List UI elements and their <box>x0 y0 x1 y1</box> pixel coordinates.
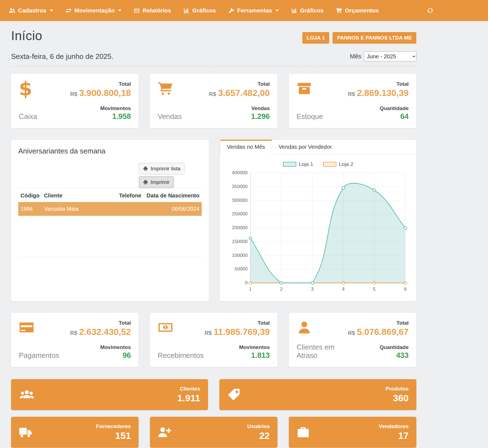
current-date: Sexta-feira, 6 de junho de 2025. <box>11 52 113 61</box>
count-label: Movimentos <box>100 344 131 350</box>
bar-chart-icon <box>291 7 297 14</box>
svg-text:400000: 400000 <box>232 170 248 175</box>
users-icon <box>9 7 15 14</box>
total-value: R$2.869.130,39 <box>348 88 409 98</box>
currency-prefix: R$ <box>209 91 216 97</box>
legend-swatch <box>283 162 296 167</box>
dollar-icon: $ <box>19 81 35 97</box>
tile-value: 1.911 <box>177 393 200 403</box>
tile-label: Usuários <box>247 423 270 429</box>
svg-text:4: 4 <box>342 286 344 292</box>
nav-orcamentos[interactable]: Orçamentos <box>330 0 385 21</box>
total-value: R$3.657.482,00 <box>209 88 270 98</box>
count-value: 1.958 <box>100 112 131 121</box>
header-badges: LOJA 1 PANNOS E PANNOS LTDA ME <box>302 32 416 44</box>
col-codigo: Código <box>18 189 42 202</box>
currency-prefix: R$ <box>348 91 355 97</box>
nav-movimentacao[interactable]: Movimentação <box>59 0 128 21</box>
tile-fornecedores[interactable]: Fornecedores 151 <box>11 417 139 448</box>
tile-value: 360 <box>386 393 409 403</box>
nav-relatorios[interactable]: Relatórios <box>128 0 177 21</box>
bar-chart-icon <box>183 7 190 14</box>
tile-label: Produtos <box>386 386 409 392</box>
nav-graficos-1[interactable]: Gráficos <box>177 0 222 21</box>
person-icon <box>297 320 313 336</box>
nav-label: Orçamentos <box>345 7 379 14</box>
print-label: Imprimir <box>150 179 170 185</box>
print-list-label: Imprimir lista <box>150 166 180 172</box>
amount: 3.657.482,00 <box>218 88 270 98</box>
count-label: Quantidade <box>380 105 409 111</box>
legend-loja-1[interactable]: Loja 1 <box>283 161 313 167</box>
tag-icon <box>227 388 240 401</box>
total-label: Total <box>209 81 270 87</box>
svg-text:2: 2 <box>280 286 282 292</box>
cell-nascimento: 06/06/2024 <box>144 202 202 216</box>
legend-loja-2[interactable]: Loja 2 <box>323 161 353 167</box>
refresh-icon[interactable] <box>427 7 434 14</box>
print-button[interactable]: Imprimir <box>139 176 174 188</box>
tile-usuarios[interactable]: Usuários 22 <box>150 417 277 448</box>
total-value: R$3.900.800,18 <box>70 88 131 98</box>
printer-icon <box>143 166 148 171</box>
birthday-row[interactable]: 1994 Vanuska Maia 06/06/2024 <box>18 202 202 216</box>
credit-card-icon <box>19 320 35 336</box>
tile-vendedores[interactable]: Vendedores 17 <box>289 417 416 448</box>
svg-text:5: 5 <box>373 286 375 292</box>
money-icon: 1 <box>158 320 174 336</box>
amount: 2.632.430,52 <box>79 327 131 337</box>
count-value: 1.813 <box>239 351 270 360</box>
amount: 2.869.130,39 <box>357 88 409 98</box>
cell-telefone <box>112 202 144 216</box>
tile-clientes[interactable]: Clientes 1.911 <box>11 379 208 410</box>
cart-icon <box>158 81 174 97</box>
total-value: R$2.632.430,52 <box>70 327 131 337</box>
legend-label: Loja 1 <box>299 161 313 167</box>
tab-vendas-por-vendedor[interactable]: Vendas por Vendedor <box>272 140 338 154</box>
card-label: Vendas <box>158 113 182 121</box>
tile-label: Vendedores <box>379 423 409 429</box>
tile-label: Clientes <box>177 386 200 392</box>
card-caixa: $ Caixa Total R$3.900.800,18 Movimentos … <box>11 74 139 128</box>
card-vendas: Vendas Total R$3.657.482,00 Vendas 1.296 <box>150 74 277 128</box>
col-telefone: Telefone <box>112 189 144 202</box>
col-cliente: Cliente <box>42 189 112 202</box>
nav-cadastros[interactable]: Cadastros <box>3 0 59 21</box>
tile-value: 22 <box>247 430 270 441</box>
count-label: Vendas <box>251 105 270 111</box>
print-list-button[interactable]: Imprimir lista <box>139 163 185 174</box>
count-value: 1.296 <box>251 112 270 121</box>
nav-graficos-2[interactable]: Gráficos <box>285 0 330 21</box>
users-group-icon <box>19 388 35 402</box>
amount: 11.985.769,39 <box>214 327 270 337</box>
truck-icon <box>19 426 32 439</box>
birthdays-panel: Aniversariantes da semana Imprimir lista… <box>11 140 209 301</box>
birthdays-title: Aniversariantes da semana <box>18 147 202 155</box>
currency-prefix: R$ <box>205 330 212 336</box>
briefcase-icon <box>297 426 310 439</box>
card-label: Estoque <box>297 113 323 121</box>
chevron-down-icon <box>276 9 279 12</box>
month-label: Mês <box>350 53 361 60</box>
date-row: Sexta-feira, 6 de junho de 2025. Mês Jun… <box>11 51 416 67</box>
chevron-down-icon <box>118 9 121 12</box>
cart-icon <box>336 7 342 14</box>
card-label: Recebimentos <box>158 351 199 360</box>
tile-produtos[interactable]: Produtos 360 <box>219 379 416 410</box>
nav-ferramentas[interactable]: Ferramentas <box>222 0 285 21</box>
tab-vendas-no-mes[interactable]: Vendas no Mês <box>220 140 272 155</box>
svg-text:300000: 300000 <box>232 198 248 203</box>
card-label: Caixa <box>19 113 37 121</box>
box-icon <box>297 81 313 97</box>
svg-text:200000: 200000 <box>232 225 248 230</box>
card-clientes-em-atraso: Clientes em Atraso Total R$5.076.869,67 … <box>289 313 416 367</box>
legend-swatch <box>323 162 336 167</box>
sales-chart-panel: Vendas no Mês Vendas por Vendedor Loja 1… <box>220 140 416 301</box>
total-label: Total <box>348 81 409 87</box>
col-nascimento: Data de Nascimento <box>144 189 202 202</box>
user-plus-icon <box>158 426 171 439</box>
svg-text:0: 0 <box>245 280 248 285</box>
count-value: 96 <box>100 351 131 360</box>
month-select[interactable]: June - 2025 <box>364 51 416 61</box>
nav-label: Movimentação <box>74 7 115 14</box>
